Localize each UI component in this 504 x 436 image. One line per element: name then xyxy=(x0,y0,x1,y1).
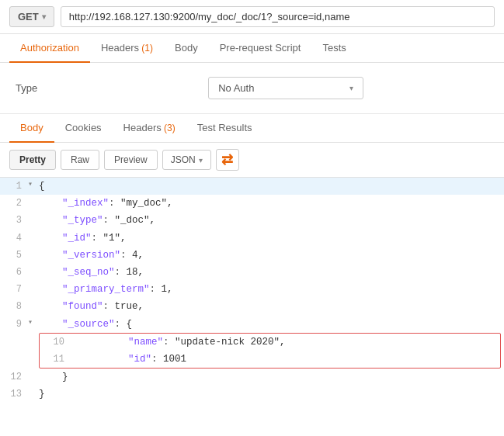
wrap-icon: ⇄ xyxy=(221,151,233,168)
line-content: "_id": "1", xyxy=(39,230,504,246)
format-bar: Pretty Raw Preview JSON ▾ ⇄ xyxy=(0,143,504,178)
line-content: "name": "update-nick 2020", xyxy=(82,334,497,350)
auth-type-label: Type xyxy=(16,82,37,94)
line-content: "_seq_no": 18, xyxy=(39,265,504,280)
table-row: 4 "_id": "1", xyxy=(0,230,504,247)
code-area: 1▾{2 "_index": "my_doc",3 "_type": "_doc… xyxy=(0,178,504,403)
tab-pre-request[interactable]: Pre-request Script xyxy=(209,34,312,63)
tab-cookies[interactable]: Cookies xyxy=(54,114,113,143)
line-number: 12 xyxy=(0,369,28,385)
table-row: 11 "id": 1001 xyxy=(40,351,500,368)
bottom-tabs: Body Cookies Headers (3) Test Results xyxy=(0,114,504,143)
table-row: 1▾{ xyxy=(0,178,504,195)
line-content: "_type": "_doc", xyxy=(39,213,504,228)
line-content: "found": true, xyxy=(39,299,504,314)
method-button[interactable]: GET ▾ xyxy=(9,6,54,27)
tab-test-results[interactable]: Test Results xyxy=(186,114,263,143)
line-content: "id": 1001 xyxy=(82,351,497,367)
tab-tests[interactable]: Tests xyxy=(311,34,356,63)
table-row: 8 "found": true, xyxy=(0,298,504,315)
auth-type-select[interactable]: No Auth ▾ xyxy=(208,77,363,99)
top-tabs: Authorization Headers (1) Body Pre-reque… xyxy=(0,34,504,63)
line-number: 7 xyxy=(0,282,28,297)
line-content: { xyxy=(39,178,504,194)
table-row: 7 "_primary_term": 1, xyxy=(0,281,504,298)
line-content: "_source": { xyxy=(39,317,504,332)
line-number: 3 xyxy=(0,213,28,228)
url-bar: GET ▾ xyxy=(0,0,504,34)
table-row: 3 "_type": "_doc", xyxy=(0,212,504,229)
method-label: GET xyxy=(18,11,39,22)
line-number: 8 xyxy=(0,299,28,314)
line-number: 6 xyxy=(0,265,28,280)
tab-headers[interactable]: Headers (1) xyxy=(90,34,164,63)
line-number: 2 xyxy=(0,196,28,211)
table-row: 5 "_version": 4, xyxy=(0,247,504,264)
auth-select-value: No Auth xyxy=(218,82,254,94)
tab-body-top[interactable]: Body xyxy=(164,34,209,63)
table-row: 10 "name": "update-nick 2020", xyxy=(40,334,500,351)
line-number: 11 xyxy=(43,351,71,367)
url-input[interactable] xyxy=(61,6,495,27)
pretty-button[interactable]: Pretty xyxy=(9,150,56,170)
source-highlight-box: 10 "name": "update-nick 2020",11 "id": 1… xyxy=(39,333,501,369)
line-number: 4 xyxy=(0,230,28,246)
wrap-button[interactable]: ⇄ xyxy=(216,149,239,171)
tab-headers-bottom[interactable]: Headers (3) xyxy=(113,114,186,143)
table-row: 2 "_index": "my_doc", xyxy=(0,195,504,212)
table-row: 6 "_seq_no": 18, xyxy=(0,264,504,281)
method-chevron: ▾ xyxy=(42,12,46,21)
line-number: 5 xyxy=(0,247,28,263)
line-number: 9 xyxy=(0,317,28,332)
line-number: 13 xyxy=(0,386,28,402)
preview-button[interactable]: Preview xyxy=(104,150,158,170)
auth-section: Type No Auth ▾ xyxy=(0,63,504,114)
line-content: "_version": 4, xyxy=(39,247,504,263)
line-toggle[interactable]: ▾ xyxy=(28,178,39,191)
line-content: } xyxy=(39,369,504,385)
line-content: } xyxy=(39,386,504,402)
table-row: 9▾ "_source": { xyxy=(0,316,504,333)
line-content: "_primary_term": 1, xyxy=(39,282,504,297)
line-toggle[interactable]: ▾ xyxy=(28,317,39,329)
tab-authorization[interactable]: Authorization xyxy=(9,34,90,63)
line-number: 1 xyxy=(0,178,28,194)
auth-select-chevron: ▾ xyxy=(349,84,353,92)
format-chevron: ▾ xyxy=(199,156,203,164)
line-content: "_index": "my_doc", xyxy=(39,196,504,211)
table-row: 12 } xyxy=(0,369,504,386)
tab-body[interactable]: Body xyxy=(9,114,54,143)
line-number: 10 xyxy=(43,334,71,350)
raw-button[interactable]: Raw xyxy=(61,150,99,170)
format-value: JSON xyxy=(171,154,196,165)
table-row: 13} xyxy=(0,386,504,403)
format-select[interactable]: JSON ▾ xyxy=(162,150,211,170)
